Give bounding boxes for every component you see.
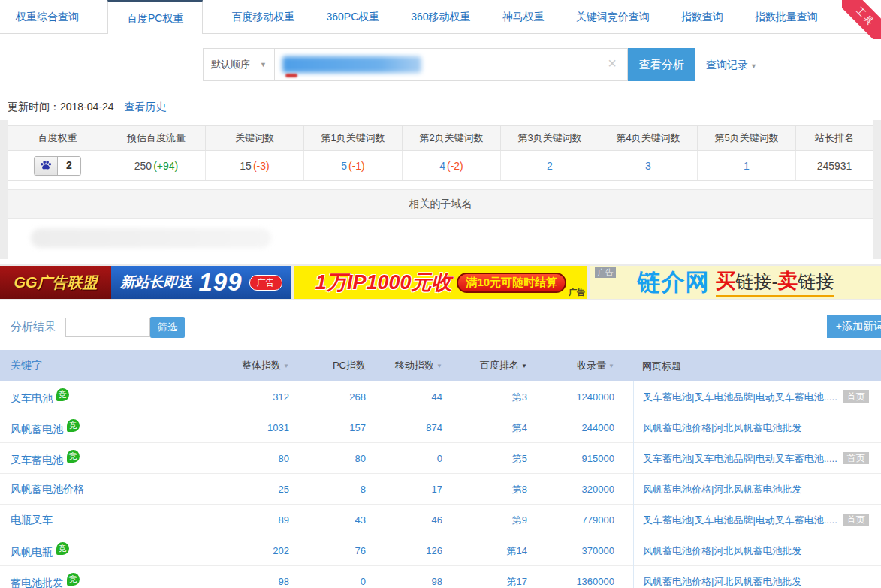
clear-input-icon[interactable]: × (608, 55, 617, 72)
keyword-link[interactable]: 叉车电池 (11, 392, 53, 404)
col-header-indexed-count[interactable]: 收录量▼ (527, 359, 614, 372)
stats-header-keyword-count: 关键词数 (205, 126, 303, 151)
query-history-link[interactable]: 查询记录▼ (706, 48, 757, 81)
ad3-phrase: 买链接-卖链接 (716, 267, 834, 297)
analysis-filter-row: 分析结果 筛选 +添加新词 (0, 309, 881, 345)
ad-banner-ip-buy[interactable]: 1万IP1000元收 满10元可随时结算 广告 (294, 266, 587, 299)
keyword-cell: 叉车电池竞 (0, 388, 225, 406)
page-title-cell: 风帆蓄电池价格|河北风帆蓄电池批发 (633, 474, 881, 505)
keyword-link[interactable]: 风帆蓄电池 (11, 423, 63, 435)
mobile-index-value: 44 (366, 391, 442, 403)
filter-button[interactable]: 筛选 (150, 317, 185, 338)
sort-desc-icon[interactable]: ▼ (283, 363, 289, 369)
ad3-brand: 链介网 (638, 267, 710, 298)
page-title-cell: 风帆蓄电池价格|河北风帆蓄电池批发 (633, 412, 881, 443)
ad1-offer-area: 新站长即送 199 广告 (111, 266, 291, 299)
ad3-buy: 买 (716, 270, 736, 292)
stats-value-row: 2 250 (+94) 15 (-3) 5 (-1) 4 (-2) 2 (8, 151, 873, 180)
page4-count-value[interactable]: 3 (645, 160, 651, 172)
ad-banner-gg-alliance[interactable]: GG广告联盟 新站长即送 199 广告 (0, 266, 291, 299)
page-title-link[interactable]: 风帆蓄电池价格|河北风帆蓄电池批发 (643, 422, 801, 433)
page-title-link[interactable]: 叉车蓄电池|叉车电池品牌|电动叉车蓄电池..... (643, 391, 837, 403)
page5-count-cell: 1 (697, 151, 795, 180)
page1-count-cell: 5 (-1) (303, 151, 402, 180)
tab-keyword-bid-query[interactable]: 关键词竞价查询 (575, 0, 651, 33)
add-new-keyword-button[interactable]: +添加新词 (827, 315, 881, 338)
indexed-count-value: 320000 (527, 484, 614, 495)
baidu-rank-value: 第14 (442, 544, 527, 558)
order-select[interactable]: 默认顺序 ▼ (203, 48, 275, 81)
page-title-link[interactable]: 叉车蓄电池|叉车电池品牌|电动叉车蓄电池..... (643, 514, 837, 526)
domain-query-input[interactable]: × (275, 48, 628, 81)
keyword-link[interactable]: 叉车蓄电池 (11, 454, 63, 466)
page1-count-value[interactable]: 5 (341, 160, 347, 172)
filter-input[interactable] (65, 318, 150, 337)
stats-header-page4: 第4页关键词数 (599, 126, 697, 151)
tab-weight-combined[interactable]: 权重综合查询 (14, 0, 80, 33)
analysis-result-label: 分析结果 (11, 320, 56, 334)
top-tab-bar: 权重综合查询 百度PC权重 百度移动权重 360PC权重 360移动权重 神马权… (0, 0, 881, 34)
table-row: 风帆蓄电池价格 25 8 17 第8 320000 风帆蓄电池价格|河北风帆蓄电… (0, 474, 881, 505)
tab-shenma-weight[interactable]: 神马权重 (501, 0, 546, 33)
page2-count-value[interactable]: 4 (439, 160, 445, 172)
homepage-badge: 首页 (843, 514, 869, 526)
stats-header-est-traffic: 预估百度流量 (107, 126, 205, 151)
keyword-count-delta: (-3) (253, 160, 270, 172)
spellcheck-underline (285, 74, 297, 77)
sort-desc-active-icon[interactable]: ▼ (521, 363, 527, 369)
webmaster-rank-cell: 245931 (795, 151, 873, 180)
tab-index-query[interactable]: 指数查询 (680, 0, 725, 33)
pc-index-value: 157 (289, 422, 366, 433)
sort-desc-icon[interactable]: ▼ (608, 363, 614, 369)
ad3-link1: 链接 (736, 271, 772, 291)
page1-count-delta: (-1) (348, 160, 365, 172)
keyword-link[interactable]: 风帆电瓶 (11, 546, 53, 558)
page-title-link[interactable]: 风帆蓄电池价格|河北风帆蓄电池批发 (643, 484, 801, 495)
pc-index-value: 76 (289, 545, 366, 556)
mobile-index-value: 0 (366, 453, 442, 464)
ad-banner-lianjie[interactable]: 广告 链介网 买链接-卖链接 (590, 266, 881, 299)
blurred-subdomain[interactable] (31, 228, 271, 248)
page-title-cell: 风帆蓄电池价格|河北风帆蓄电池批发 (633, 566, 881, 588)
col-header-pc-index: PC指数 (289, 359, 366, 372)
homepage-badge: 首页 (843, 390, 869, 403)
page5-count-value[interactable]: 1 (744, 160, 750, 172)
keyword-count-cell: 15 (-3) (205, 151, 303, 180)
col-header-mobile-index[interactable]: 移动指数▼ (366, 359, 442, 372)
baidu-weight-badge[interactable]: 2 (34, 156, 81, 176)
page-title-link[interactable]: 风帆蓄电池价格|河北风帆蓄电池批发 (643, 545, 801, 556)
ad1-brand: GG广告联盟 (14, 273, 97, 293)
keyword-cell: 叉车蓄电池竞 (0, 450, 225, 467)
ad1-ad-tag: 广告 (249, 275, 282, 291)
overall-index-value: 202 (225, 545, 289, 556)
indexed-count-value: 370000 (527, 545, 614, 556)
view-history-link[interactable]: 查看历史 (125, 101, 167, 113)
col-header-keyword: 关键字 (0, 359, 225, 372)
pc-index-value: 0 (289, 576, 366, 587)
tab-360-pc-weight[interactable]: 360PC权重 (324, 0, 381, 33)
keyword-link[interactable]: 电瓶叉车 (11, 514, 53, 526)
tools-ribbon[interactable]: 工具 (842, 0, 881, 39)
analyze-button[interactable]: 查看分析 (628, 48, 695, 81)
baidu-rank-value: 第4 (442, 421, 527, 435)
tab-baidu-mobile-weight[interactable]: 百度移动权重 (230, 0, 296, 33)
baidu-rank-value: 第5 (442, 452, 527, 466)
stats-header-page5: 第5页关键词数 (697, 126, 795, 151)
stats-header-page1: 第1页关键词数 (303, 126, 402, 151)
keyword-link[interactable]: 风帆蓄电池价格 (11, 483, 84, 495)
col-header-overall-index[interactable]: 整体指数▼ (225, 359, 289, 372)
col-header-baidu-rank[interactable]: 百度排名▼ (442, 359, 527, 372)
col-header-baidu-rank-label: 百度排名 (480, 360, 519, 371)
tab-360-mobile-weight[interactable]: 360移动权重 (409, 0, 472, 33)
page-title-link[interactable]: 风帆蓄电池价格|河北风帆蓄电池批发 (643, 576, 801, 587)
baidu-weight-cell: 2 (8, 151, 107, 180)
ad1-number: 199 (198, 268, 242, 297)
page-title-link[interactable]: 叉车蓄电池|叉车电池品牌|电动叉车蓄电池..... (643, 453, 837, 464)
tab-baidu-pc-weight[interactable]: 百度PC权重 (107, 0, 203, 34)
chevron-down-icon: ▼ (750, 62, 757, 70)
tab-index-batch-query[interactable]: 指数批量查询 (753, 0, 819, 33)
sort-desc-icon[interactable]: ▼ (436, 363, 442, 369)
page3-count-value[interactable]: 2 (547, 160, 553, 172)
keyword-link[interactable]: 蓄电池批发 (11, 577, 63, 588)
baidu-weight-query-page: 权重综合查询 百度PC权重 百度移动权重 360PC权重 360移动权重 神马权… (0, 0, 881, 588)
